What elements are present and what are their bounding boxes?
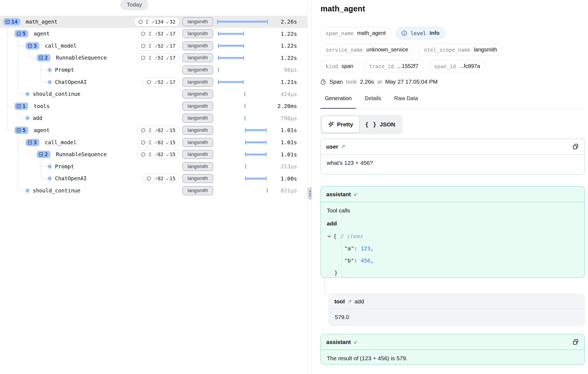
tokens-out-arrow-icon: ↙ [166,140,169,145]
collapse-toggle-badge[interactable]: 5 [15,30,28,37]
token-usage-pill: Σ↗52↙17 [137,53,179,62]
trace-row-main: ChatOpenAI [0,76,87,88]
json-open-line: { 2 items [327,230,579,242]
pretty-toggle-button[interactable]: Pretty [322,116,359,133]
token-usage-pill: Σ↗52↙17 [137,29,179,38]
trace-row-ChatOpenAI[interactable]: ChatOpenAI↗52↙17langsmith1.21s [0,76,307,88]
tool-calls-label: Tool calls [327,207,579,214]
detail-tabs: GenerationDetailsRaw Data [324,95,585,109]
collapse-toggle-badge[interactable]: 2 [37,151,50,158]
role-label: user [326,143,338,150]
output-arrow-icon: ↙ [354,191,358,197]
trace-row-math_agent[interactable]: 14math_agentΣ↗134↙32langsmith2.26s [0,16,307,28]
tokens-in-arrow-icon: ↗ [154,32,158,36]
span-name-label: should_continue [33,188,80,194]
braces-icon: { } [365,121,377,128]
duration-tick [267,188,268,193]
message-content: what's 123 + 456? [321,155,584,171]
collapse-toggle-badge[interactable]: 1 [15,103,28,110]
json-comma: , [370,245,374,252]
trace-row-main: should_continue [0,185,80,197]
duration-tick [244,92,245,96]
trace-row-agent[interactable]: 5agentΣ↗52↙17langsmith1.22s [0,28,307,40]
token-usage-pill: Σ↗134↙32 [134,17,179,26]
span-name-label: call_model [45,139,76,146]
duration-bar [245,142,267,143]
leaf-diamond-icon [25,91,30,96]
json-value: 456 [361,257,370,264]
collapse-minus-icon [28,44,32,48]
duration-label: 1.01s [281,148,297,160]
tab-raw-data[interactable]: Raw Data [394,95,419,109]
trace-row-should_continue[interactable]: should_continuelangsmith424µs [0,88,307,100]
trace-row-tools[interactable]: 1toolslangsmith2.20ms [0,100,307,112]
duration-bar [217,21,268,23]
meta-chip-span_id: span_id...fc897a [429,60,486,72]
chip-key: service_name [326,47,363,53]
tab-details[interactable]: Details [364,95,382,109]
trace-row-Prompt[interactable]: Promptlangsmith98µs [0,64,307,76]
copy-button[interactable] [572,339,579,346]
tokens-in-count: 134 [155,19,164,25]
tokens-in-arrow-icon: ↗ [154,56,158,60]
duration-label: 2.26s [281,16,297,28]
trace-row-main: 5agent [0,124,50,136]
leaf-diamond-icon [47,80,52,84]
trace-row-add[interactable]: addlangsmith798µs [0,112,307,124]
meta-chip-row: span_namemath_agentlevelInfo [320,27,445,39]
json-toggle-button[interactable]: { } JSON [359,116,401,133]
trace-row-call_model[interactable]: 3call_modelΣ↗52↙17langsmith1.22s [0,40,307,52]
span-name-label: math_agent [26,19,57,25]
leaf-diamond-icon [47,164,52,169]
trace-viewer-window: Today 14math_agentΣ↗134↙32langsmith2.26s… [0,0,588,374]
message-content: Tool calls add { 2 items "a": 123, [321,202,584,284]
collapse-toggle-badge[interactable]: 14 [4,18,20,25]
open-brace: { [333,233,337,240]
tokens-in-count: 82 [158,152,164,157]
message-header: assistant ↙ [321,186,584,202]
trace-row-should_continue[interactable]: should_continuelangsmith821µs [0,185,307,197]
collapse-toggle-badge[interactable]: 3 [26,139,39,146]
copy-button[interactable] [572,143,579,150]
chevron-down-icon[interactable] [327,234,333,239]
collapse-toggle-badge[interactable]: 5 [15,127,28,134]
role-label: assistant [326,339,351,345]
chip-value: ...1552f7 [397,63,419,69]
sigma-icon: Σ [148,152,151,157]
collapse-minus-icon [39,152,43,156]
collapse-toggle-badge[interactable]: 2 [37,54,50,61]
provider-chip: langsmith [182,150,213,159]
span-title: math_agent [321,4,365,13]
span-name-label: RunnableSequence [56,55,107,61]
duration-label: 1.01s [281,136,297,149]
tool-call-name: add [327,220,579,227]
meta-chip-row: kindspantrace_id...1552f7span_id...fc897… [320,60,486,72]
duration-label: 424µs [281,88,297,100]
tokens-in-arrow-icon: ↗ [154,128,158,133]
tab-generation[interactable]: Generation [324,95,352,109]
trace-row-agent[interactable]: 5agentΣ↗82↙15langsmith1.01s [0,124,307,136]
provider-chip: langsmith [182,53,213,62]
chip-key: span_name [326,30,354,36]
descendant-count: 2 [45,55,48,60]
tokens-out-count: 15 [169,152,175,157]
duration-label: 1.21s [281,76,297,88]
tokens-out-count: 15 [169,140,175,145]
trace-row-main: 14math_agent [0,16,57,28]
sigma-icon: Σ [148,140,151,145]
span-name-label: tools [34,103,50,109]
trace-row-RunnableSequence[interactable]: 2RunnableSequenceΣ↗82↙15langsmith1.01s [0,148,307,160]
tool-args-json-tree: { 2 items "a": 123, "b": 456, } [327,230,579,279]
duration-bar [245,178,267,179]
trace-row-ChatOpenAI[interactable]: ChatOpenAI↗82↙15langsmith1.00s [0,172,307,185]
duration-label: 2.20ms [277,100,297,112]
trace-row-RunnableSequence[interactable]: 2RunnableSequenceΣ↗52↙17langsmith1.22s [0,52,307,64]
descendant-count: 5 [22,31,25,36]
chip-value: unknown_service [366,47,408,53]
trace-row-call_model[interactable]: 3call_modelΣ↗82↙15langsmith1.01s [0,136,307,149]
trace-row-Prompt[interactable]: Promptlangsmith213µs [0,160,307,173]
collapse-toggle-badge[interactable]: 3 [26,42,39,50]
tokens-in-count: 82 [158,140,164,145]
message-header: assistant ↙ [321,334,584,350]
meta-chip-service_name: service_nameunknown_service [320,44,414,56]
